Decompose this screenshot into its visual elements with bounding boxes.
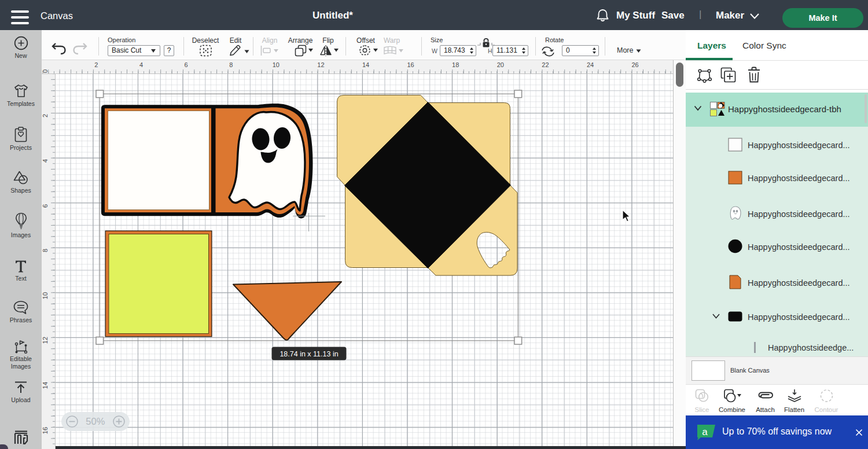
svg-text:18.74 in x 11.13 in: 18.74 in x 11.13 in: [279, 350, 338, 358]
svg-text:a: a: [702, 426, 708, 437]
